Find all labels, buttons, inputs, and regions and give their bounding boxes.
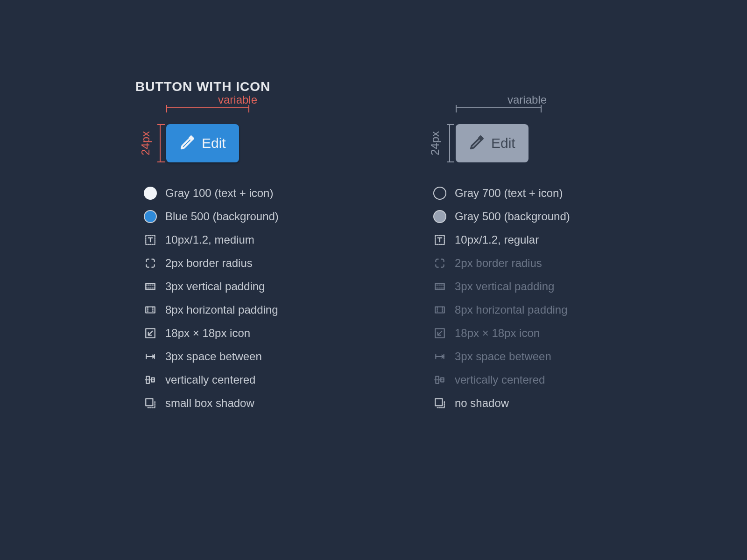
spacing-icon: [144, 350, 157, 363]
disabled-sample: variable 24px Edit: [443, 107, 612, 168]
horizontal-padding-icon: [433, 303, 446, 316]
svg-rect-1: [146, 284, 155, 290]
spacing-icon: [433, 350, 446, 363]
svg-rect-14: [146, 399, 153, 406]
spec-label: 18px × 18px icon: [165, 327, 250, 340]
spec-text-color: Gray 700 (text + icon): [433, 187, 612, 200]
resize-icon: [144, 327, 157, 340]
spec-shadow: no shadow: [433, 397, 612, 410]
spec-label: small box shadow: [165, 397, 254, 410]
edit-button-disabled: Edit: [456, 124, 529, 162]
height-bracket: [449, 124, 450, 162]
spec-label: Blue 500 (background): [165, 210, 279, 223]
pencil-icon: [179, 133, 197, 154]
width-dimension-label: variable: [153, 93, 322, 106]
horizontal-padding-icon: [144, 303, 157, 316]
spec-align: vertically centered: [144, 373, 322, 386]
svg-rect-4: [146, 307, 155, 313]
spec-icon-size: 18px × 18px icon: [144, 327, 322, 340]
vertical-padding-icon: [433, 280, 446, 293]
typography-icon: [433, 233, 446, 246]
spec-align: vertically centered: [433, 373, 612, 386]
section-title: BUTTON WITH ICON: [135, 79, 747, 94]
spec-label: 10px/1.2, regular: [455, 233, 539, 246]
spec-label: no shadow: [455, 397, 509, 410]
spec-label: 8px horizontal padding: [455, 303, 568, 316]
shadow-icon: [433, 397, 446, 410]
spec-label: 3px vertical padding: [165, 280, 265, 293]
vertical-center-icon: [433, 373, 446, 386]
primary-state-column: variable 24px Edit Gray 100 (text + icon…: [135, 107, 322, 410]
spec-gap: 3px space between: [144, 350, 322, 363]
spec-label: Gray 500 (background): [455, 210, 570, 223]
swatch-blue-500: [144, 210, 157, 223]
height-bracket: [160, 124, 161, 162]
edit-button-primary[interactable]: Edit: [166, 124, 239, 162]
width-dimension-label: variable: [443, 93, 612, 106]
primary-sample: variable 24px Edit: [153, 107, 322, 168]
vertical-padding-icon: [144, 280, 157, 293]
svg-rect-19: [435, 307, 444, 313]
swatch-gray-100: [144, 187, 157, 200]
spec-typography: 10px/1.2, regular: [433, 233, 612, 246]
primary-spec-list: Gray 100 (text + icon) Blue 500 (backgro…: [135, 187, 322, 410]
spec-gap: 3px space between: [433, 350, 612, 363]
svg-rect-29: [435, 399, 442, 406]
edit-button-label: Edit: [202, 135, 226, 151]
spec-vpad: 3px vertical padding: [433, 280, 612, 293]
spec-radius: 2px border radius: [433, 257, 612, 270]
pencil-icon: [469, 133, 486, 154]
spec-label: 2px border radius: [165, 257, 253, 270]
height-dimension-label: 24px: [429, 124, 442, 162]
spec-label: 3px space between: [455, 350, 551, 363]
spec-columns: variable 24px Edit Gray 100 (text + icon…: [135, 107, 747, 410]
svg-rect-16: [435, 284, 444, 290]
spec-hpad: 8px horizontal padding: [433, 303, 612, 316]
swatch-gray-500: [433, 210, 446, 223]
spec-icon-size: 18px × 18px icon: [433, 327, 612, 340]
border-radius-icon: [144, 257, 157, 270]
resize-icon: [433, 327, 446, 340]
spec-typography: 10px/1.2, medium: [144, 233, 322, 246]
spec-radius: 2px border radius: [144, 257, 322, 270]
spec-label: Gray 100 (text + icon): [165, 187, 273, 200]
spec-bg-color: Gray 500 (background): [433, 210, 612, 223]
shadow-icon: [144, 397, 157, 410]
swatch-gray-700: [433, 187, 446, 200]
spec-label: 8px horizontal padding: [165, 303, 278, 316]
spec-label: 2px border radius: [455, 257, 542, 270]
spec-label: vertically centered: [455, 373, 545, 386]
spec-label: vertically centered: [165, 373, 255, 386]
spec-text-color: Gray 100 (text + icon): [144, 187, 322, 200]
edit-button-label: Edit: [491, 135, 515, 151]
width-bracket: [456, 107, 542, 108]
spec-label: 18px × 18px icon: [455, 327, 540, 340]
spec-label: Gray 700 (text + icon): [455, 187, 563, 200]
disabled-spec-list: Gray 700 (text + icon) Gray 500 (backgro…: [425, 187, 612, 410]
spec-label: 10px/1.2, medium: [165, 233, 254, 246]
typography-icon: [144, 233, 157, 246]
disabled-state-column: variable 24px Edit Gray 700 (text + icon…: [425, 107, 612, 410]
spec-label: 3px vertical padding: [455, 280, 554, 293]
spec-bg-color: Blue 500 (background): [144, 210, 322, 223]
border-radius-icon: [433, 257, 446, 270]
spec-hpad: 8px horizontal padding: [144, 303, 322, 316]
height-dimension-label: 24px: [139, 124, 152, 162]
spec-label: 3px space between: [165, 350, 262, 363]
spec-vpad: 3px vertical padding: [144, 280, 322, 293]
vertical-center-icon: [144, 373, 157, 386]
spec-shadow: small box shadow: [144, 397, 322, 410]
width-bracket: [166, 107, 249, 108]
